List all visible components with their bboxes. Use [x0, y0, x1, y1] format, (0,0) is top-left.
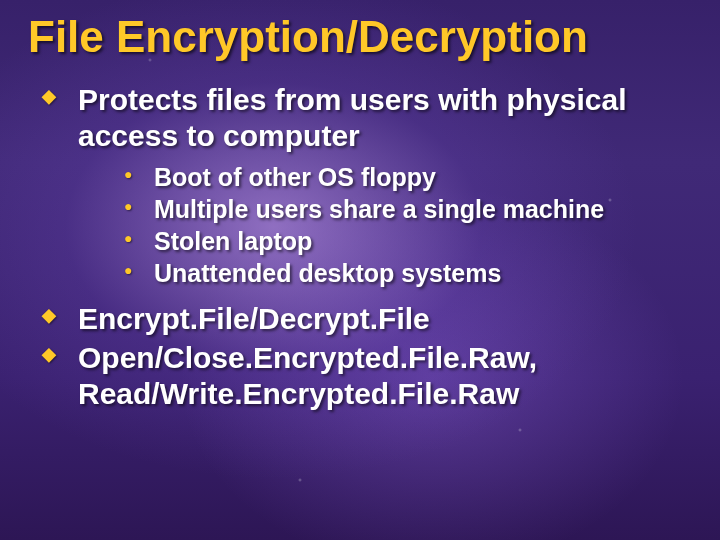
- sub-bullet-list: Boot of other OS floppy Multiple users s…: [78, 161, 692, 289]
- bullet-list: Protects files from users with physical …: [28, 82, 692, 411]
- bullet-text: Open/Close.Encrypted.File.Raw, Read/Writ…: [78, 341, 537, 409]
- sub-bullet-text: Boot of other OS floppy: [154, 163, 436, 191]
- slide-title: File Encryption/Decryption: [28, 14, 692, 60]
- bullet-text: Protects files from users with physical …: [78, 83, 627, 151]
- bullet-item: Encrypt.File/Decrypt.File: [38, 301, 692, 336]
- sub-bullet-text: Multiple users share a single machine: [154, 195, 604, 223]
- bullet-text: Encrypt.File/Decrypt.File: [78, 302, 430, 335]
- sub-bullet-item: Multiple users share a single machine: [124, 193, 692, 225]
- sub-bullet-item: Unattended desktop systems: [124, 257, 692, 289]
- sub-bullet-item: Boot of other OS floppy: [124, 161, 692, 193]
- sub-bullet-text: Unattended desktop systems: [154, 259, 501, 287]
- sub-bullet-text: Stolen laptop: [154, 227, 312, 255]
- bullet-item: Protects files from users with physical …: [38, 82, 692, 289]
- bullet-item: Open/Close.Encrypted.File.Raw, Read/Writ…: [38, 340, 692, 411]
- slide: File Encryption/Decryption Protects file…: [0, 0, 720, 540]
- sub-bullet-item: Stolen laptop: [124, 225, 692, 257]
